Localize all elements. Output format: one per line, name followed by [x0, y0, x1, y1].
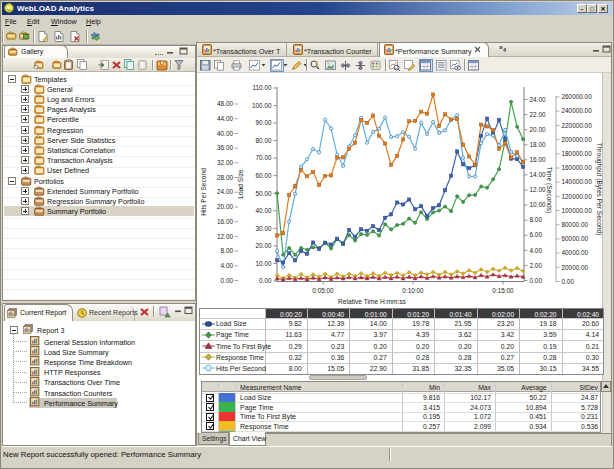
svg-text:260000.00: 260000.00 [562, 93, 593, 100]
svg-text:0.00: 0.00 [530, 277, 543, 284]
svg-text:200000.00: 200000.00 [562, 136, 593, 143]
svg-text:2.00: 2.00 [530, 262, 543, 269]
svg-text:4.00: 4.00 [530, 247, 543, 254]
svg-text:8.00: 8.00 [221, 247, 234, 254]
svg-text:220000.00: 220000.00 [562, 122, 593, 129]
svg-text:36.00: 36.00 [217, 144, 233, 151]
svg-text:24.00: 24.00 [530, 96, 546, 103]
svg-text:140000.00: 140000.00 [562, 178, 593, 185]
svg-text:Throughput (Bytes Per Second): Throughput (Bytes Per Second) [595, 143, 603, 236]
svg-text:12.00: 12.00 [217, 233, 233, 240]
svg-text:50.00: 50.00 [256, 190, 272, 197]
svg-text:100000.00: 100000.00 [562, 207, 593, 214]
svg-text:20.00: 20.00 [530, 126, 546, 133]
svg-text:60000.00: 60000.00 [562, 235, 589, 242]
svg-text:20.00: 20.00 [256, 242, 272, 249]
svg-text:Relative Time H:mm:ss: Relative Time H:mm:ss [338, 298, 406, 305]
svg-text:4.00: 4.00 [221, 262, 234, 269]
svg-text:80.00: 80.00 [256, 137, 272, 144]
svg-text:48.00: 48.00 [217, 100, 233, 107]
svg-text:0:15:00: 0:15:00 [492, 287, 514, 294]
svg-text:8.00: 8.00 [530, 216, 543, 223]
svg-text:240000.00: 240000.00 [562, 107, 593, 114]
svg-text:0:10:00: 0:10:00 [402, 287, 424, 294]
svg-text:30.00: 30.00 [256, 225, 272, 232]
svg-text:Time (Seconds): Time (Seconds) [545, 167, 553, 213]
svg-text:44.00: 44.00 [217, 115, 233, 122]
svg-text:20000.00: 20000.00 [562, 264, 589, 271]
svg-text:22.00: 22.00 [530, 111, 546, 118]
svg-text:110.00: 110.00 [252, 84, 272, 91]
svg-text:20.00: 20.00 [217, 203, 233, 210]
svg-text:Hits Per Second: Hits Per Second [200, 168, 207, 216]
svg-text:120000.00: 120000.00 [562, 193, 593, 200]
svg-text:0.00: 0.00 [259, 277, 272, 284]
svg-text:14.00: 14.00 [530, 171, 546, 178]
svg-text:0:05:00: 0:05:00 [312, 287, 334, 294]
svg-text:40000.00: 40000.00 [562, 249, 589, 256]
svg-text:180000.00: 180000.00 [562, 150, 593, 157]
svg-text:0.00: 0.00 [221, 277, 234, 284]
svg-text:100.00: 100.00 [252, 102, 272, 109]
svg-text:6.00: 6.00 [530, 231, 543, 238]
svg-text:0.00: 0.00 [562, 278, 575, 285]
svg-text:10.00: 10.00 [530, 201, 546, 208]
svg-text:18.00: 18.00 [530, 141, 546, 148]
svg-text:32.00: 32.00 [217, 159, 233, 166]
svg-text:16.00: 16.00 [217, 218, 233, 225]
svg-text:40.00: 40.00 [217, 130, 233, 137]
svg-text:90.00: 90.00 [256, 119, 272, 126]
svg-text:40.00: 40.00 [256, 207, 272, 214]
svg-text:160000.00: 160000.00 [562, 164, 593, 171]
svg-text:12.00: 12.00 [530, 186, 546, 193]
svg-text:70.00: 70.00 [256, 154, 272, 161]
svg-text:80000.00: 80000.00 [562, 221, 589, 228]
svg-text:Load Size: Load Size [237, 169, 244, 199]
svg-text:28.00: 28.00 [217, 174, 233, 181]
svg-text:24.00: 24.00 [217, 188, 233, 195]
svg-text:16.00: 16.00 [530, 156, 546, 163]
svg-text:60.00: 60.00 [256, 172, 272, 179]
svg-text:10.00: 10.00 [256, 260, 272, 267]
